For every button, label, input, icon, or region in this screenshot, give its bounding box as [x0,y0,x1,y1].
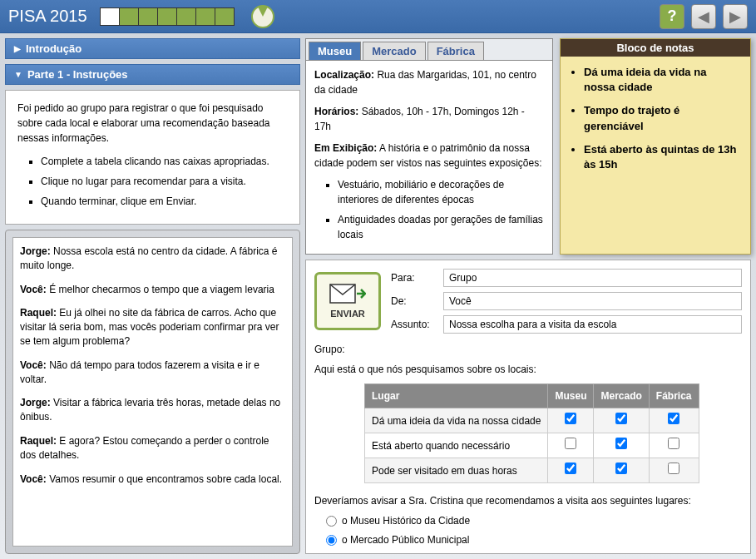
email-intro: Aqui está o que nós pesquisamos sobre os… [314,362,742,377]
instructions-panel: Foi pedido ao grupo para registrar o que… [5,90,300,225]
email-greeting: Grupo: [314,342,742,357]
check-r1-factory[interactable] [668,438,679,449]
notes-panel: Bloco de notas Dá uma ideia da vida na n… [560,38,751,255]
chevron-right-icon: ▶ [14,44,21,53]
to-label: Para: [391,272,437,284]
table-row: Dá uma ideia da vida na nossa cidade [365,408,699,433]
check-r0-market[interactable] [615,413,627,424]
radio-option[interactable]: o Museu Histórico da Cidade [326,513,742,528]
check-r2-market[interactable] [615,463,627,474]
progress-box [120,8,138,25]
exhibit-label: Em Exibição: [314,142,377,154]
radio-option[interactable]: a Fábrica de Carros Elétricos [326,552,742,554]
check-r2-museum[interactable] [565,463,576,474]
col-market: Mercado [594,384,649,408]
tab-factory[interactable]: Fábrica [427,42,484,60]
email-panel: ENVIAR Para: Grupo De: Você Assunto: Nos… [305,260,751,554]
prev-button[interactable]: ◀ [691,4,716,29]
row-label: Dá uma ideia da vida na nossa cidade [365,408,548,433]
radio-museum[interactable] [326,516,337,527]
instructions-text: Foi pedido ao grupo para registrar o que… [17,101,288,146]
progress-box [139,8,157,25]
to-field[interactable]: Grupo [443,269,742,287]
accordion-part1[interactable]: ▼ Parte 1 - Instruções [5,64,300,85]
chat-message: Você: Não dá tempo para todos fazerem a … [20,359,285,387]
next-button[interactable]: ▶ [723,4,748,29]
col-museum: Museu [548,384,594,408]
col-place: Lugar [365,384,548,408]
send-button-label: ENVIAR [330,309,365,319]
send-button[interactable]: ENVIAR [314,272,381,330]
note-item: Está aberto às quintas de 13h às 15h [584,142,740,172]
chat-message: Jorge: Visitar a fábrica levaria três ho… [20,396,285,424]
envelope-icon [329,284,366,307]
accordion-intro[interactable]: ▶ Introdução [5,38,300,59]
notes-title: Bloco de notas [561,39,750,57]
tab-museum[interactable]: Museu [309,42,361,60]
email-body: Grupo: Aqui está o que nós pesquisamos s… [314,342,742,554]
chat-message: Você: Vamos resumir o que encontramos so… [20,472,285,487]
note-item: Dá uma ideia da vida na nossa cidade [584,65,740,95]
progress-box [196,8,215,25]
check-r0-museum[interactable] [565,413,576,424]
chevron-down-icon: ▼ [14,70,22,79]
instruction-item: Complete a tabela clicando nas caixas ap… [41,154,288,169]
hours-label: Horários: [314,106,358,117]
accordion-part1-label: Parte 1 - Instruções [27,68,128,81]
from-field[interactable]: Você [443,292,742,310]
check-r2-factory[interactable] [668,463,679,474]
chat-message: Jorge: Nossa escola está no centro da ci… [20,245,285,273]
check-r1-museum[interactable] [565,438,576,449]
progress-indicator [100,7,235,26]
research-table: Lugar Museu Mercado Fábrica Dá uma ideia… [364,383,699,483]
tab-bar: Museu Mercado Fábrica [306,39,552,61]
exhibit-item: Antiguidades doadas por gerações de famí… [338,212,544,242]
subject-label: Assunto: [391,319,437,330]
accordion-intro-label: Introdução [26,42,82,55]
chat-message: Raquel: E agora? Estou começando a perde… [20,434,285,463]
radio-list: o Museu Histórico da Cidade o Mercado Pú… [326,513,742,554]
table-row: Pode ser visitado em duas horas [365,458,699,483]
help-button[interactable]: ? [660,4,684,29]
radio-factory[interactable] [326,554,337,555]
row-label: Pode ser visitado em duas horas [365,458,548,483]
instruction-item: Clique no lugar para recomendar para a v… [41,174,288,189]
progress-box [101,8,119,25]
radio-market[interactable] [326,535,337,546]
instruction-item: Quando terminar, clique em Enviar. [41,194,288,209]
radio-option[interactable]: o Mercado Público Municipal [326,532,742,547]
table-row: Está aberto quando necessário [365,433,699,458]
col-factory: Fábrica [649,384,699,408]
from-label: De: [391,295,437,307]
recommend-text: Deveríamos avisar a Sra. Cristina que re… [314,493,742,508]
chat-scroll[interactable]: Jorge: Nossa escola está no centro da ci… [12,237,293,547]
progress-box [177,8,195,25]
chat-message: Raquel: Eu já olhei no site da fábrica d… [20,306,285,348]
check-r1-market[interactable] [615,438,627,449]
chat-message: Você: É melhor checarmos o tempo que a v… [20,283,285,297]
exhibit-item: Vestuário, mobiliário e decorações de in… [338,177,544,207]
info-content: Localização: Rua das Margaridas, 101, no… [306,61,552,254]
note-item: Tempo do trajeto é gerenciável [584,103,740,133]
app-header: PISA 2015 ? ◀ ▶ [0,0,756,33]
info-panel: Museu Mercado Fábrica Localização: Rua d… [305,38,553,255]
progress-box [158,8,176,25]
app-title: PISA 2015 [8,7,87,26]
tab-market[interactable]: Mercado [363,42,425,60]
location-label: Localização: [314,69,374,81]
progress-box [215,8,234,25]
chat-panel: Jorge: Nossa escola está no centro da ci… [5,230,300,554]
subject-field[interactable]: Nossa escolha para a visita da escola [443,315,742,334]
timer-icon [251,5,274,28]
check-r0-factory[interactable] [668,413,679,424]
row-label: Está aberto quando necessário [365,433,548,458]
